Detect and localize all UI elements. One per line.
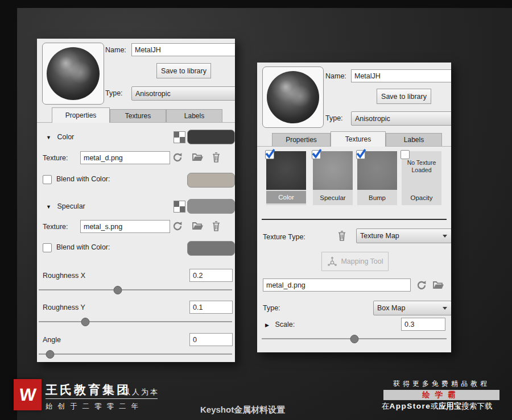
material-type-value: Anisotropic (135, 90, 171, 98)
blend-specular-swatch[interactable] (187, 241, 235, 256)
material-preview-ball (267, 71, 319, 123)
material-type-dropdown[interactable]: Anisotropic (351, 111, 451, 126)
slider-thumb[interactable] (81, 318, 89, 326)
roughness-y-input[interactable] (189, 301, 233, 314)
texture-type-value: Texture Map (360, 232, 399, 240)
slider-track (39, 321, 232, 322)
tab-properties[interactable]: Properties (272, 133, 331, 147)
specular-section-label: Specular (57, 202, 85, 210)
angle-input[interactable] (189, 333, 233, 346)
map-type-dropdown[interactable]: Box Map (373, 301, 451, 315)
material-type-dropdown[interactable]: Anisotropic (131, 86, 235, 101)
roughness-y-slider[interactable] (39, 318, 232, 326)
video-title: Keyshot金属材料设置 (200, 405, 285, 415)
slider-track (39, 289, 232, 290)
color-swatch[interactable] (187, 130, 235, 144)
material-panel-textures: Name: Save to library Type: Anisotropic … (257, 63, 451, 352)
scale-slider[interactable] (262, 335, 447, 343)
tab-textures[interactable]: Textures (331, 131, 386, 147)
trash-icon[interactable] (210, 151, 222, 164)
scale-input[interactable] (401, 318, 445, 331)
brand-slogan: 以人为本 (123, 387, 159, 397)
texture-type-dropdown[interactable]: Texture Map (356, 228, 451, 243)
texture-slot-label: Specular (313, 192, 353, 203)
tab-textures[interactable]: Textures (110, 109, 166, 123)
blend-with-color-checkbox[interactable] (43, 243, 52, 252)
specular-texture-input[interactable] (80, 220, 170, 233)
slider-thumb[interactable] (46, 350, 55, 359)
material-type-value: Anisotropic (355, 115, 390, 123)
refresh-icon[interactable] (171, 151, 184, 164)
material-panel-properties: Name: Save to library Type: Anisotropic … (37, 39, 235, 362)
name-label: Name: (325, 72, 346, 80)
promo-app-name: 绘学霸 (422, 390, 461, 400)
type-label: Type: (105, 89, 123, 97)
save-to-library-button[interactable]: Save to library (377, 89, 431, 104)
blend-with-color-label: Blend with Color: (56, 175, 110, 183)
texture-checker-icon[interactable] (174, 201, 185, 213)
section-divider (262, 219, 447, 220)
specular-swatch[interactable] (187, 199, 235, 214)
texture-slot-bump[interactable]: Bump (357, 151, 397, 205)
name-label: Name: (105, 46, 126, 54)
texture-slot-opacity[interactable]: No Texture Loaded Opacity (402, 151, 441, 205)
slider-thumb[interactable] (350, 335, 358, 343)
promo-text-line1: 获得更多免费精品教程 (383, 379, 500, 389)
refresh-icon[interactable] (171, 220, 184, 232)
texture-enabled-checkbox[interactable] (265, 150, 274, 159)
map-type-label: Type: (263, 304, 280, 312)
texture-enabled-checkbox[interactable] (400, 150, 410, 159)
trash-icon[interactable] (336, 230, 348, 242)
roughness-y-label: Roughness Y (43, 303, 85, 311)
texture-file-input[interactable] (263, 278, 411, 292)
tab-properties[interactable]: Properties (52, 107, 110, 123)
texture-label: Texture: (43, 223, 68, 231)
material-preview-box (42, 43, 104, 105)
no-texture-text: No Texture Loaded (402, 159, 441, 174)
brand-founded-text: 始创于二零零二年 (46, 402, 143, 411)
promo-app-name-inline: 应用宝 (439, 402, 462, 410)
slider-track (39, 354, 232, 355)
promo-suffix: 搜索下载 (461, 402, 492, 410)
texture-enabled-checkbox[interactable] (312, 150, 321, 159)
mapping-tool-button[interactable]: Mapping Tool (321, 252, 389, 271)
promo-prefix: 在 (382, 402, 390, 410)
color-texture-input[interactable] (80, 151, 170, 164)
texture-slot-specular[interactable]: Specular (313, 151, 353, 205)
material-preview-ball (47, 47, 100, 100)
collapse-triangle-icon: ▼ (46, 204, 51, 210)
folder-icon[interactable] (191, 151, 204, 164)
material-name-input[interactable] (131, 43, 235, 56)
save-to-library-button[interactable]: Save to library (156, 63, 211, 78)
color-section-label: Color (57, 133, 74, 141)
tab-labels[interactable]: Labels (386, 133, 442, 147)
brand-name: 王氏教育集团 (46, 382, 131, 398)
texture-checker-icon[interactable] (174, 131, 185, 143)
texture-enabled-checkbox[interactable] (356, 150, 365, 159)
roughness-x-input[interactable] (189, 269, 233, 282)
angle-slider[interactable] (39, 350, 232, 358)
blend-color-swatch[interactable] (187, 173, 235, 188)
roughness-x-label: Roughness X (43, 272, 85, 280)
color-section-header[interactable]: ▼ Color (46, 133, 74, 141)
texture-slot-color[interactable]: Color (266, 151, 306, 205)
dropdown-arrow-icon (443, 307, 447, 310)
material-name-input[interactable] (351, 69, 451, 82)
promo-text-line2: 在AppStore或应用宝搜索下载 (382, 401, 492, 411)
scale-section-header[interactable]: ▶ Scale: (265, 321, 295, 328)
mapping-gizmo-icon (327, 256, 338, 267)
specular-section-header[interactable]: ▼ Specular (46, 202, 85, 210)
brand-underline (46, 398, 158, 399)
roughness-x-slider[interactable] (39, 286, 232, 294)
folder-icon[interactable] (191, 220, 204, 232)
logo-letter: W (18, 386, 37, 404)
promo-store-name: AppStore (390, 402, 431, 410)
refresh-icon[interactable] (415, 279, 428, 292)
blend-with-color-label: Blend with Color: (56, 243, 110, 251)
texture-type-label: Texture Type: (263, 233, 305, 241)
folder-icon[interactable] (432, 279, 444, 292)
tab-labels[interactable]: Labels (166, 109, 222, 123)
trash-icon[interactable] (210, 220, 222, 232)
blend-with-color-checkbox[interactable] (43, 175, 52, 184)
slider-thumb[interactable] (114, 286, 122, 294)
